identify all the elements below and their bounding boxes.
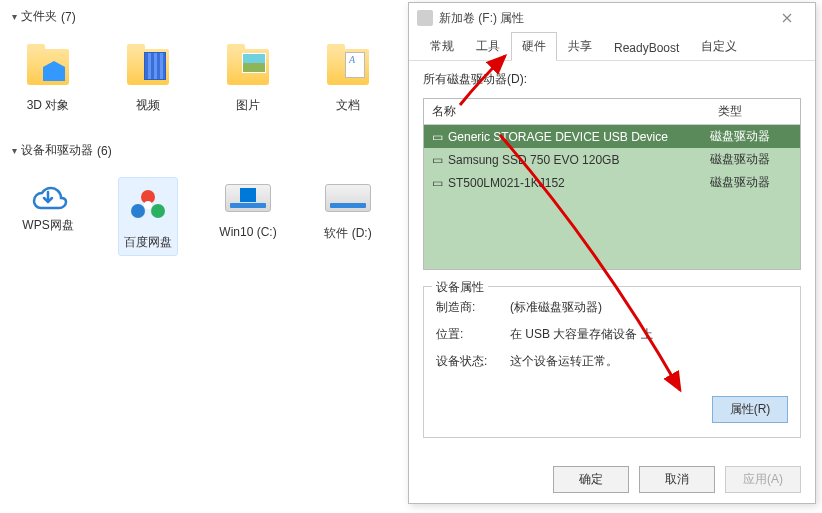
location-value: 在 USB 大容量存储设备 上: [510, 326, 653, 343]
drive-software-d[interactable]: 软件 (D:): [318, 177, 378, 256]
disk-icon: ▭: [430, 153, 444, 167]
drive-icon: [323, 177, 373, 219]
status-label: 设备状态:: [436, 353, 492, 370]
drive-icon: [223, 177, 273, 219]
svg-point-2: [151, 204, 165, 218]
disk-icon: ▭: [430, 176, 444, 190]
tab-customize[interactable]: 自定义: [690, 32, 748, 60]
apply-button[interactable]: 应用(A): [725, 466, 801, 493]
dialog-title-text: 新加卷 (F:) 属性: [439, 10, 524, 27]
drive-list[interactable]: 名称 类型 ▭ Generic STORAGE DEVICE USB Devic…: [423, 98, 801, 270]
folder-documents[interactable]: 文档: [318, 43, 378, 114]
baidu-cloud-icon: [125, 182, 171, 228]
chevron-down-icon: ▾: [12, 145, 17, 156]
folder-icon: [27, 49, 69, 85]
folder-videos[interactable]: 视频: [118, 43, 178, 114]
tab-sharing[interactable]: 共享: [557, 32, 603, 60]
cloud-icon: [25, 177, 71, 211]
folder-icon: [227, 49, 269, 85]
manufacturer-label: 制造商:: [436, 299, 492, 316]
drive-wps[interactable]: WPS网盘: [18, 177, 78, 256]
tab-hardware[interactable]: 硬件: [511, 32, 557, 61]
drive-list-label: 所有磁盘驱动器(D):: [423, 71, 801, 88]
section-count: (6): [97, 144, 112, 158]
section-count: (7): [61, 10, 76, 24]
close-button[interactable]: [767, 3, 807, 33]
dialog-footer: 确定 取消 应用(A): [409, 456, 815, 503]
folder-icon: [327, 49, 369, 85]
device-row[interactable]: ▭ Generic STORAGE DEVICE USB Device 磁盘驱动…: [424, 125, 800, 148]
disk-icon: ▭: [430, 130, 444, 144]
ok-button[interactable]: 确定: [553, 466, 629, 493]
folder-images[interactable]: 图片: [218, 43, 278, 114]
folder-icon: [127, 49, 169, 85]
group-title: 设备属性: [432, 279, 488, 296]
cancel-button[interactable]: 取消: [639, 466, 715, 493]
dialog-titlebar[interactable]: 新加卷 (F:) 属性: [409, 3, 815, 33]
section-label: 文件夹: [21, 8, 57, 25]
properties-dialog: 新加卷 (F:) 属性 常规 工具 硬件 共享 ReadyBoost 自定义 所…: [408, 2, 816, 504]
column-type[interactable]: 类型: [710, 99, 800, 124]
device-properties-group: 设备属性 制造商: (标准磁盘驱动器) 位置: 在 USB 大容量存储设备 上 …: [423, 286, 801, 438]
drive-small-icon: [417, 10, 433, 26]
tab-readyboost[interactable]: ReadyBoost: [603, 35, 690, 60]
column-name[interactable]: 名称: [424, 99, 710, 124]
folder-3d-objects[interactable]: 3D 对象: [18, 43, 78, 114]
dialog-tabs: 常规 工具 硬件 共享 ReadyBoost 自定义: [409, 33, 815, 61]
tab-tools[interactable]: 工具: [465, 32, 511, 60]
chevron-down-icon: ▾: [12, 11, 17, 22]
section-label: 设备和驱动器: [21, 142, 93, 159]
svg-point-1: [131, 204, 145, 218]
device-row[interactable]: ▭ ST500LM021-1KJ152 磁盘驱动器: [424, 171, 800, 194]
status-value: 这个设备运转正常。: [510, 353, 618, 370]
drive-win10-c[interactable]: Win10 (C:): [218, 177, 278, 256]
drive-list-header: 名称 类型: [424, 99, 800, 125]
device-row[interactable]: ▭ Samsung SSD 750 EVO 120GB 磁盘驱动器: [424, 148, 800, 171]
tab-general[interactable]: 常规: [419, 32, 465, 60]
location-label: 位置:: [436, 326, 492, 343]
close-icon: [782, 13, 792, 23]
properties-button[interactable]: 属性(R): [712, 396, 788, 423]
svg-point-3: [144, 201, 152, 209]
drive-baidu[interactable]: 百度网盘: [118, 177, 178, 256]
manufacturer-value: (标准磁盘驱动器): [510, 299, 602, 316]
